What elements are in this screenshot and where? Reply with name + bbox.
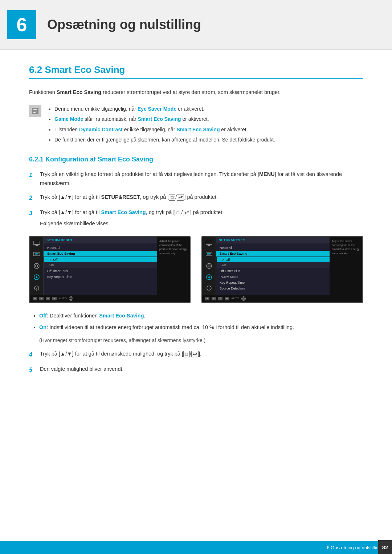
nav-down-icon-r: ▼	[212, 297, 216, 300]
side-panel-text-right: Adjust the power consumption of the prod…	[332, 239, 360, 255]
note-item-4: De funktioner, der er tilgængelige på sk…	[54, 135, 275, 145]
steps-4-5: 4 Tryk på [▲/▼] for at gå til den ønsked…	[29, 349, 363, 375]
nav-a-icon-r: A	[218, 297, 222, 300]
side-panel-right: Adjust the power consumption of the prod…	[330, 237, 362, 295]
sidebar-left: i	[30, 237, 44, 295]
sub-off-right: ✓ Off	[217, 257, 330, 262]
bullet-off: Off: Deaktiver funktionen Smart Eco Savi…	[39, 311, 363, 320]
sidebar-icon-r2	[205, 251, 213, 259]
step-5: 5 Den valgte mulighed bliver anvendt.	[29, 365, 363, 375]
note-item-1: Denne menu er ikke tilgængelig, når Eye …	[54, 104, 275, 114]
sub-on-right: On	[217, 262, 330, 267]
chapter-header: 6 Opsætning og nulstilling	[0, 0, 392, 50]
note-box: Denne menu er ikke tilgængelig, når Eye …	[29, 104, 363, 145]
sidebar-icon-3	[33, 262, 41, 270]
svg-rect-20	[207, 246, 211, 246]
sidebar-right: i	[202, 237, 216, 295]
menu-smart-eco-right: Smart Eco Saving	[216, 251, 330, 257]
menu-reset-all-right: Reset All	[216, 245, 330, 251]
section-intro: Funktionen Smart Eco Saving reducerer st…	[29, 88, 363, 97]
svg-text:i: i	[36, 287, 37, 290]
step-1: 1 Tryk på en vilkårlig knap forrest på p…	[29, 170, 363, 188]
bottom-bar-left: ◄ ▼ A ■ AUTO	[30, 295, 190, 302]
sidebar-icon-r4	[205, 273, 213, 281]
screenshots-area: i SETUP&RESET Reset All Smart Eco Saving…	[29, 236, 363, 303]
page-number: 82	[378, 540, 392, 554]
svg-rect-5	[36, 245, 38, 246]
nav-left-icon-r: ◄	[205, 297, 209, 300]
menu-offtimer-left: Off Timer Plus	[44, 268, 157, 274]
svg-rect-7	[33, 252, 40, 256]
menu-items-left: Reset All Smart Eco Saving ✓ Off On Off …	[44, 243, 157, 295]
sidebar-icon-4	[33, 273, 41, 281]
section-6-2-heading: 6.2 Smart Eco Saving	[29, 64, 363, 79]
menu-reset-all-left: Reset All	[44, 245, 157, 251]
main-menu-right: SETUP&RESET Reset All Smart Eco Saving ✓…	[216, 237, 330, 295]
menu-offtimer-right: Off Timer Plus	[216, 268, 330, 274]
menu-keyrepeat-left: Key Repeat Time	[44, 274, 157, 280]
chapter-number: 6	[7, 10, 36, 39]
main-menu-left: SETUP&RESET Reset All Smart Eco Saving ✓…	[44, 237, 157, 295]
svg-point-11	[36, 265, 38, 267]
nav-down-icon: ▼	[39, 297, 44, 300]
note-item-2: Game Mode slår fra automatisk, når Smart…	[54, 114, 275, 124]
menu-keyrepeat-right: Key Repeat Time	[216, 280, 330, 286]
bullet-on: On: Indstil videoen til at reducere ener…	[39, 323, 363, 332]
sidebar-icon-r5: i	[205, 284, 213, 292]
notes-list: Denne menu er ikke tilgængelig, når Eye …	[47, 104, 275, 145]
menu-items-right: Reset All Smart Eco Saving ✓ Off On Off …	[216, 243, 330, 295]
side-panel-text-left: Adjust the power consumption of the prod…	[159, 239, 188, 255]
sidebar-icon-r1	[205, 240, 213, 247]
bottom-bar-right: ◄ ▼ A ■ AUTO	[202, 295, 362, 302]
steps-list: 1 Tryk på en vilkårlig knap forrest på p…	[29, 170, 363, 228]
note-item-3: Tilstanden Dynamic Contrast er ikke tilg…	[54, 125, 275, 135]
note-icon	[29, 105, 41, 117]
nav-b-icon: ■	[52, 297, 57, 300]
side-panel-left: Adjust the power consumption of the prod…	[157, 237, 190, 295]
step-2: 2 Tryk på [▲/▼] for at gå til SETUP&RESE…	[29, 193, 363, 203]
svg-rect-18	[206, 241, 212, 245]
bottom-icons-left: ◄ ▼ A ■ AUTO	[33, 296, 73, 301]
auto-label-right: AUTO	[231, 297, 239, 300]
svg-text:i: i	[208, 287, 209, 290]
page-footer: 6 Opsætning og nulstilling 82	[0, 541, 392, 554]
screenshot-right: i SETUP&RESET Reset All Smart Eco Saving…	[201, 236, 363, 303]
svg-point-10	[34, 263, 39, 268]
menu-pcav-right: PC/AV Mode	[216, 274, 330, 280]
svg-point-24	[207, 263, 212, 268]
sub-menu-right: ✓ Off On	[217, 257, 330, 268]
footer-text: 6 Opsætning og nulstilling	[327, 545, 381, 550]
menu-header-left: SETUP&RESET	[44, 237, 157, 243]
step-3: 3 Tryk på [▲/▼] for at gå til Smart Eco …	[29, 208, 363, 228]
sub-off-left: ✓ Off	[44, 257, 157, 262]
power-icon-left	[69, 296, 73, 301]
svg-rect-6	[34, 246, 39, 246]
svg-rect-19	[208, 245, 210, 246]
menu-sourcedet-right: Source Detection	[216, 286, 330, 291]
nav-a-icon: A	[46, 297, 50, 300]
chapter-title: Opsætning og nulstilling	[47, 17, 201, 32]
nav-left-icon: ◄	[33, 297, 37, 300]
svg-point-25	[208, 265, 210, 267]
sidebar-icon-5: i	[33, 284, 41, 292]
step-4: 4 Tryk på [▲/▼] for at gå til den ønsked…	[29, 349, 363, 360]
menu-smart-eco-left: Smart Eco Saving	[44, 251, 157, 257]
menu-header-right: SETUP&RESET	[216, 237, 330, 243]
sidebar-icon-r3	[205, 262, 213, 270]
bottom-icons-right: ◄ ▼ A ■ AUTO	[205, 296, 246, 301]
sub-menu-left: ✓ Off On	[44, 257, 157, 268]
auto-label-left: AUTO	[59, 297, 67, 300]
sub-on-left: On	[44, 262, 157, 267]
nav-b-icon-r: ■	[225, 297, 229, 300]
content-area: 6.2 Smart Eco Saving Funktionen Smart Ec…	[0, 64, 392, 411]
sidebar-icon-1	[33, 240, 41, 247]
outcome-bullets: Off: Deaktiver funktionen Smart Eco Savi…	[29, 311, 363, 332]
svg-rect-4	[33, 241, 40, 245]
screenshot-left: i SETUP&RESET Reset All Smart Eco Saving…	[29, 236, 191, 303]
power-icon-right	[241, 296, 246, 301]
sidebar-icon-2	[33, 251, 41, 259]
subsection-heading: 6.2.1 Konfiguration af Smart Eco Saving	[29, 156, 363, 163]
svg-rect-21	[206, 252, 212, 256]
sub-note: (Hvor meget strømforbruget reduceres, af…	[39, 336, 363, 345]
